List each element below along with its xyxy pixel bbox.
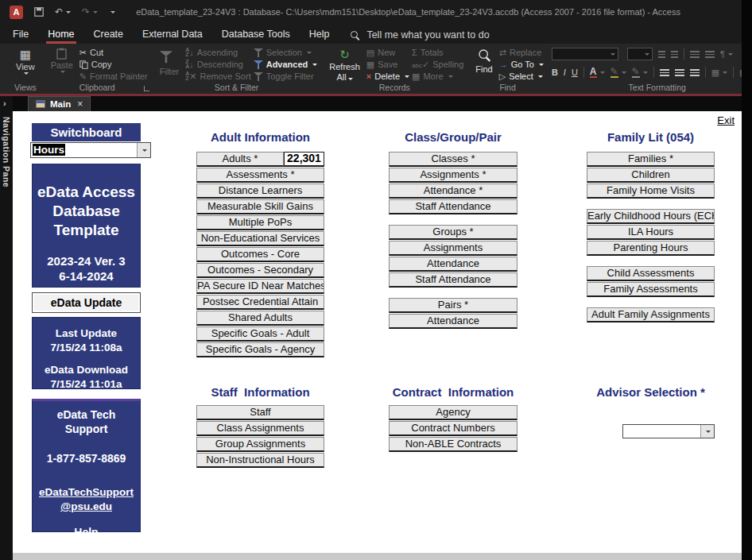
highlight-color-button[interactable]: ✎ bbox=[611, 68, 626, 78]
form-button[interactable]: Group Assignments bbox=[196, 437, 324, 452]
gridlines-button[interactable]: ▦ bbox=[711, 68, 727, 78]
italic-button[interactable]: I bbox=[564, 68, 566, 77]
form-button[interactable]: Assignments * bbox=[389, 168, 517, 183]
ascending-button[interactable]: AZ↓Ascending bbox=[185, 47, 250, 58]
save-icon[interactable] bbox=[34, 7, 44, 17]
format-painter-button[interactable]: ✎Format Painter bbox=[79, 71, 148, 82]
form-button[interactable]: Early Childhood Hours (ECH) bbox=[587, 209, 715, 224]
underline-button[interactable]: U bbox=[572, 68, 578, 77]
tech-support-email-link[interactable]: eDataTechSupport@psu.edu bbox=[33, 485, 140, 514]
more-button[interactable]: ▦More bbox=[412, 71, 463, 82]
form-button[interactable]: Measurable Skill Gains bbox=[196, 199, 324, 214]
form-button[interactable]: Staff Attendance bbox=[389, 199, 517, 214]
form-button[interactable]: Postsec Credential Attain bbox=[196, 295, 324, 310]
tab-create[interactable]: Create bbox=[92, 26, 126, 44]
form-button[interactable]: Attendance bbox=[389, 257, 517, 272]
increase-indent-button[interactable] bbox=[705, 51, 715, 58]
remove-sort-button[interactable]: AZ✕Remove Sort bbox=[185, 71, 250, 82]
form-button[interactable]: Non-ABLE Contracts bbox=[389, 437, 517, 452]
adults-button[interactable]: Adults * bbox=[196, 152, 284, 167]
numbering-button[interactable] bbox=[671, 51, 678, 58]
form-button[interactable]: Agency bbox=[389, 405, 517, 420]
toggle-filter-button[interactable]: Toggle Filter bbox=[254, 71, 318, 82]
form-button[interactable]: Shared Adults bbox=[196, 311, 324, 326]
view-button[interactable]: ▦ View bbox=[12, 47, 39, 75]
paste-button[interactable]: Paste bbox=[47, 47, 77, 74]
descending-button[interactable]: ZA↓Descending bbox=[185, 59, 250, 70]
undo-button[interactable]: ↶ bbox=[55, 6, 71, 17]
copy-button[interactable]: Copy bbox=[79, 59, 148, 70]
paragraph-marks-button[interactable]: ¶ bbox=[720, 49, 733, 59]
edata-update-button[interactable]: eData Update bbox=[32, 292, 141, 313]
form-button[interactable]: Family Home Visits bbox=[587, 183, 715, 199]
form-button[interactable]: Outcomes - Core bbox=[196, 247, 324, 262]
tab-help[interactable]: Help bbox=[308, 26, 331, 44]
form-button[interactable]: Families * bbox=[587, 152, 715, 167]
align-left-button[interactable] bbox=[660, 69, 669, 76]
form-button[interactable]: Parenting Hours bbox=[587, 241, 715, 256]
tab-external-data[interactable]: External Data bbox=[141, 26, 204, 44]
expand-nav-pane-icon[interactable]: › bbox=[3, 98, 6, 108]
form-button[interactable]: Adult Family Assignments bbox=[587, 307, 715, 322]
advisor-combobox[interactable] bbox=[622, 424, 715, 438]
font-size-combobox[interactable] bbox=[627, 48, 653, 60]
align-right-button[interactable] bbox=[690, 69, 700, 76]
form-button[interactable]: Staff bbox=[196, 405, 324, 420]
form-button[interactable]: Classes * bbox=[389, 152, 517, 167]
clipboard-dialog-launcher[interactable] bbox=[144, 86, 149, 91]
replace-button[interactable]: ⇄Replace bbox=[499, 47, 544, 58]
form-button[interactable]: Child Assessments bbox=[587, 266, 715, 281]
form-button[interactable]: Non-Educational Services bbox=[196, 231, 324, 246]
tab-database-tools[interactable]: Database Tools bbox=[220, 26, 292, 44]
cut-button[interactable]: ✂Cut bbox=[79, 47, 148, 58]
combo-dropdown-button[interactable] bbox=[137, 143, 150, 157]
align-center-button[interactable] bbox=[675, 69, 684, 76]
tell-me-search[interactable]: Tell me what you want to do bbox=[350, 29, 489, 41]
tab-file[interactable]: File bbox=[11, 26, 30, 44]
totals-button[interactable]: ΣTotals bbox=[412, 47, 463, 58]
form-button[interactable]: Non-Instructional Hours bbox=[196, 453, 324, 468]
bold-button[interactable]: B bbox=[552, 68, 558, 77]
selection-button[interactable]: Selection bbox=[254, 47, 318, 58]
tab-home[interactable]: Home bbox=[46, 26, 76, 44]
exit-link[interactable]: Exit bbox=[717, 114, 735, 126]
form-button[interactable]: Multiple PoPs bbox=[196, 215, 324, 230]
navigation-pane-collapsed[interactable]: › Navigation Pane bbox=[0, 96, 13, 560]
form-button[interactable]: Specific Goals - Adult bbox=[196, 326, 324, 342]
form-button[interactable]: Groups * bbox=[389, 225, 517, 240]
delete-button[interactable]: ×Delete bbox=[366, 71, 409, 82]
bullets-button[interactable] bbox=[658, 51, 665, 58]
tab-main-form[interactable]: Main × bbox=[28, 96, 91, 111]
form-button[interactable]: Class Assignments bbox=[196, 421, 324, 436]
help-link[interactable]: Help bbox=[33, 526, 140, 539]
form-button[interactable]: Contract Numbers bbox=[389, 421, 517, 436]
form-button[interactable]: Attendance bbox=[389, 314, 517, 329]
switchboard-combobox[interactable]: Hours bbox=[30, 142, 151, 158]
combo-dropdown-button[interactable] bbox=[700, 425, 714, 438]
form-button[interactable]: Children bbox=[587, 168, 715, 183]
close-icon[interactable]: × bbox=[77, 98, 83, 110]
form-button[interactable]: PA Secure ID Near Matches bbox=[196, 279, 324, 294]
form-button[interactable]: Staff Attendance bbox=[389, 272, 517, 288]
save-record-button[interactable]: ▦Save bbox=[366, 59, 409, 70]
font-name-combobox[interactable] bbox=[552, 48, 618, 60]
form-button[interactable]: Pairs * bbox=[389, 298, 517, 313]
form-button[interactable]: Assignments bbox=[389, 241, 517, 256]
new-record-button[interactable]: ▤New bbox=[366, 47, 409, 58]
filter-button[interactable]: Filter bbox=[156, 47, 183, 77]
form-button[interactable]: Distance Learners bbox=[196, 183, 324, 199]
spelling-button[interactable]: abc✓Spelling bbox=[412, 59, 463, 70]
form-button[interactable]: Assessments * bbox=[196, 168, 324, 183]
select-button[interactable]: ▷Select bbox=[499, 71, 544, 82]
form-button[interactable]: Outcomes - Secondary bbox=[196, 263, 324, 278]
background-color-button[interactable]: ✎ bbox=[632, 68, 648, 78]
form-button[interactable]: Family Assessments bbox=[587, 282, 715, 297]
redo-button[interactable]: ↷ bbox=[82, 6, 98, 17]
font-color-button[interactable]: A bbox=[590, 68, 605, 78]
form-button[interactable]: ILA Hours bbox=[587, 225, 715, 240]
form-button[interactable]: Specific Goals - Agency bbox=[196, 342, 324, 357]
decrease-indent-button[interactable] bbox=[690, 51, 700, 58]
find-button[interactable]: Find bbox=[471, 47, 496, 75]
form-button[interactable]: Attendance * bbox=[389, 183, 517, 199]
advanced-button[interactable]: Advanced bbox=[254, 59, 318, 70]
